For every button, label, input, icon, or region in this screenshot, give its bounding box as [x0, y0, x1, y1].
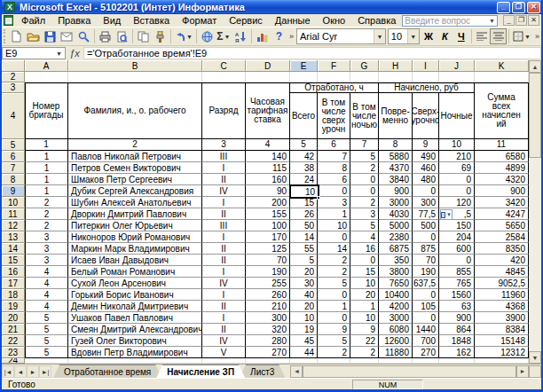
cell-C8[interactable]: II [202, 174, 246, 185]
cell-J18[interactable]: 1560 [439, 289, 475, 301]
row-header-9[interactable]: 9 [2, 185, 25, 197]
cell-G16[interactable]: 15 [350, 266, 379, 278]
row-header-12[interactable]: 12 [2, 220, 25, 231]
cell-K21[interactable]: 8384 [475, 324, 529, 335]
cell-K12[interactable]: 5650 [475, 220, 529, 231]
cell-J13[interactable]: 204 [439, 231, 475, 243]
cell-K6[interactable]: 6580 [475, 151, 529, 162]
cell-E14[interactable]: 55 [290, 243, 318, 255]
cell-K2[interactable] [475, 72, 529, 82]
cell-H13[interactable]: 2380 [379, 231, 413, 243]
row-header-21[interactable]: 21 [2, 324, 25, 335]
chevron-down-icon[interactable]: ▼ [523, 34, 531, 40]
row-header-8[interactable]: 8 [2, 174, 25, 185]
cell-I22[interactable]: 700 [413, 335, 439, 347]
cell-G10[interactable]: 2 [350, 197, 379, 208]
cell-H6[interactable]: 5880 [379, 151, 413, 162]
cell-D19[interactable]: 210 [246, 301, 290, 312]
cell-A18[interactable]: 4 [25, 289, 68, 301]
cell-F15[interactable]: 2 [318, 255, 350, 266]
cell-E17[interactable]: 30 [290, 278, 318, 289]
cell-G15[interactable]: 0 [350, 255, 379, 266]
cell-I20[interactable]: 0 [413, 312, 439, 324]
cell-C11[interactable]: II [202, 208, 246, 220]
cell-D23[interactable]: 270 [246, 347, 290, 358]
cell-C2[interactable] [202, 72, 246, 82]
more-buttons-icon[interactable]: » [287, 33, 295, 40]
cell-C12[interactable]: III [202, 220, 246, 231]
cell-A20[interactable]: 5 [25, 312, 68, 324]
row-header-15[interactable]: 15 [2, 255, 25, 266]
cell-D20[interactable]: 300 [246, 312, 290, 324]
cell-D21[interactable]: 320 [246, 324, 290, 335]
cell-F10[interactable]: 3 [318, 197, 350, 208]
cell-B7[interactable]: Петров Семен Викторович [68, 162, 202, 174]
cell-E21[interactable]: 19 [290, 324, 318, 335]
doc-restore-button[interactable]: ❐ [515, 15, 527, 26]
font-size-combo[interactable]: 10 ▼ [388, 28, 420, 44]
cell-A23[interactable]: 5 [25, 347, 68, 358]
cell-C18[interactable]: I [202, 289, 246, 301]
cell-C10[interactable]: I [202, 197, 246, 208]
cell-F16[interactable]: 2 [318, 266, 350, 278]
cell-K13[interactable]: 2584 [475, 231, 529, 243]
cell-E7[interactable]: 38 [290, 162, 318, 174]
scroll-right-icon[interactable]: ► [516, 365, 529, 378]
chevron-down-icon[interactable]: ▼ [374, 29, 385, 43]
chevron-down-icon[interactable]: ▼ [489, 18, 495, 24]
cell-E19[interactable]: 20 [290, 301, 318, 312]
cell-B10[interactable]: Шубин Алексей Анатольевич [68, 197, 202, 208]
menu-файл[interactable]: Файл [15, 15, 51, 26]
cell-C23[interactable]: V [202, 347, 246, 358]
cell-D9[interactable]: 90 [246, 185, 290, 197]
menu-вставка[interactable]: Вставка [127, 15, 176, 26]
chevron-down-icon[interactable]: ▼ [56, 51, 62, 57]
cell-J8[interactable]: 0 [439, 174, 475, 185]
cell-G14[interactable]: 16 [350, 243, 379, 255]
cell-I2[interactable] [413, 72, 439, 82]
cell-F14[interactable]: 14 [318, 243, 350, 255]
cell-G7[interactable]: 2 [350, 162, 379, 174]
col-header-G[interactable]: G [350, 60, 379, 72]
cell-A7[interactable]: 1 [25, 162, 68, 174]
cell-D10[interactable]: 200 [246, 197, 290, 208]
cell-B16[interactable]: Белый Роман Романович [68, 266, 202, 278]
cell-F6[interactable]: 7 [318, 151, 350, 162]
cell-D17[interactable]: 255 [246, 278, 290, 289]
tab-split-handle[interactable] [529, 365, 541, 378]
title-bar[interactable]: X Microsoft Excel - 5102201 (Интет) Инфо… [0, 0, 543, 14]
cell-C17[interactable]: IV [202, 278, 246, 289]
cell-G19[interactable]: 1 [350, 301, 379, 312]
cell-J21[interactable]: 864 [439, 324, 475, 335]
paste-options-icon[interactable]: ▼ [440, 209, 452, 220]
cell-G20[interactable]: 10 [350, 312, 379, 324]
cell-C13[interactable]: I [202, 231, 246, 243]
doc-minimize-button[interactable]: _ [503, 15, 515, 26]
row-header-19[interactable]: 19 [2, 301, 25, 312]
cell-K19[interactable]: 4368 [475, 301, 529, 312]
cell-H17[interactable]: 7650 [379, 278, 413, 289]
cell-H10[interactable]: 3000 [379, 197, 413, 208]
toolbar-grip[interactable] [4, 29, 6, 43]
cell-H14[interactable]: 6875 [379, 243, 413, 255]
header-cell-G4[interactable]: В том числе ночью [350, 93, 379, 139]
cell-G22[interactable]: 22 [350, 335, 379, 347]
cell-C6[interactable]: III [202, 151, 246, 162]
cell-I13[interactable]: 0 [413, 231, 439, 243]
cell-G21[interactable]: 9 [350, 324, 379, 335]
row-header-22[interactable]: 22 [2, 335, 25, 347]
cell-J23[interactable]: 162 [439, 347, 475, 358]
cell-H7[interactable]: 4370 [379, 162, 413, 174]
cell-K14[interactable]: 8350 [475, 243, 529, 255]
cell-A17[interactable]: 4 [25, 278, 68, 289]
cell-D22[interactable]: 280 [246, 335, 290, 347]
format-painter-button[interactable] [152, 28, 169, 45]
cell-E16[interactable]: 20 [290, 266, 318, 278]
hyperlink-button[interactable] [199, 28, 216, 45]
cell-J7[interactable]: 69 [439, 162, 475, 174]
cell-A6[interactable]: 1 [25, 151, 68, 162]
cell-J9[interactable]: 0 [439, 185, 475, 197]
cell-A22[interactable]: 5 [25, 335, 68, 347]
minimize-button[interactable]: _ [497, 2, 510, 13]
cell-K16[interactable]: 4845 [475, 266, 529, 278]
